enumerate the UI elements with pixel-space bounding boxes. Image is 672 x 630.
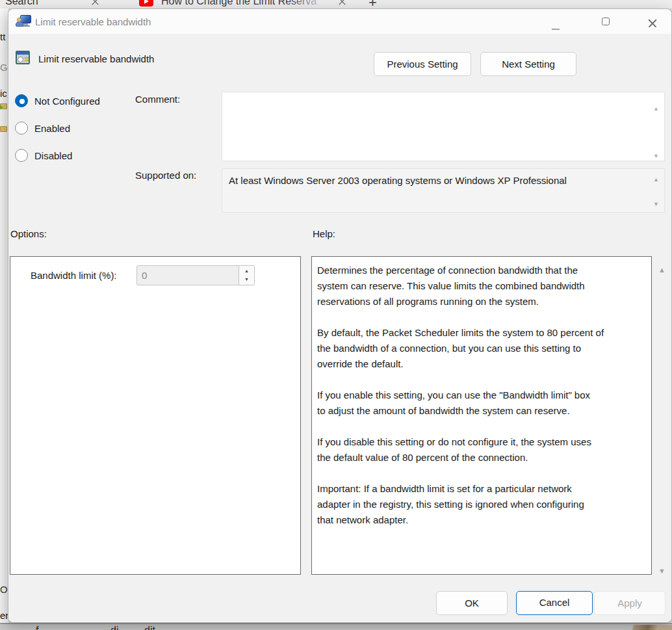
help-text-panel: Determines the percentage of connection …: [311, 256, 652, 575]
radio-label: Enabled: [34, 123, 70, 134]
scroll-up-icon[interactable]: ▲: [653, 177, 659, 183]
radio-unselected-icon[interactable]: [15, 122, 28, 135]
help-paragraph: If you enable this setting, you can use …: [317, 387, 646, 419]
scroll-down-icon[interactable]: ▼: [658, 568, 666, 574]
youtube-favicon: [139, 0, 153, 7]
setting-name: Limit reservable bandwidth: [38, 53, 154, 64]
previous-setting-button[interactable]: Previous Setting: [374, 52, 471, 76]
supported-on-field[interactable]: At least Windows Server 2003 operating s…: [222, 168, 665, 213]
options-panel: Bandwidth limit (%): 0 ▲ ▼: [10, 256, 301, 575]
cancel-button[interactable]: Cancel: [516, 591, 593, 615]
bg-text-fragment: di: [110, 625, 118, 630]
apply-button: Apply: [594, 591, 666, 615]
bg-text-fragment: tt: [0, 31, 5, 42]
bandwidth-limit-input: 0 ▲ ▼: [136, 265, 255, 285]
bandwidth-limit-value: 0: [142, 270, 147, 281]
tab-search-close-icon[interactable]: [91, 0, 100, 7]
dialog-title: Limit reservable bandwidth: [35, 16, 151, 27]
bg-text-fragment: G: [0, 62, 8, 73]
help-paragraph: Determines the percentage of connection …: [317, 263, 646, 309]
tab-label-fade: [286, 0, 341, 8]
maximize-icon[interactable]: [602, 18, 610, 25]
bandwidth-limit-label: Bandwidth limit (%):: [31, 270, 117, 281]
scroll-down-icon[interactable]: ▼: [653, 153, 659, 159]
ok-button[interactable]: OK: [436, 591, 508, 615]
dialog-titlebar: Limit reservable bandwidth: [8, 9, 671, 34]
spin-down-icon: ▼: [239, 276, 254, 285]
help-paragraph: Important: If a bandwidth limit is set f…: [317, 481, 646, 528]
bg-video-fragment: [614, 625, 672, 630]
spinner-buttons: ▲ ▼: [239, 266, 254, 285]
bg-text-fragment: ic: [0, 88, 7, 99]
radio-selected-icon[interactable]: [15, 94, 28, 107]
radio-unselected-icon[interactable]: [15, 149, 28, 162]
folder-icon: [0, 103, 7, 109]
radio-enabled[interactable]: Enabled: [15, 122, 70, 135]
policy-setting-icon: [16, 51, 30, 64]
bg-text-fragment: f: [36, 625, 38, 630]
comment-label: Comment:: [135, 94, 180, 105]
scroll-down-icon[interactable]: ▼: [653, 202, 659, 207]
radio-not-configured[interactable]: Not Configured: [15, 94, 100, 107]
tab-youtube-close-icon[interactable]: [338, 0, 347, 7]
radio-label: Not Configured: [34, 96, 100, 107]
close-icon[interactable]: [647, 18, 658, 29]
scroll-up-icon[interactable]: ▲: [658, 267, 666, 273]
scroll-up-icon[interactable]: ▲: [653, 106, 659, 112]
help-paragraph: If you disable this setting or do not co…: [317, 434, 646, 466]
policy-setting-dialog: Limit reservable bandwidth Limit reserva…: [8, 8, 672, 623]
folder-icon: [0, 126, 7, 132]
radio-disabled[interactable]: Disabled: [15, 149, 72, 162]
minimize-icon[interactable]: [552, 29, 560, 30]
help-paragraph: By default, the Packet Scheduler limits …: [317, 325, 646, 372]
tab-search-label[interactable]: Search: [5, 0, 38, 7]
background-window-bottom-edge: f di dit: [0, 623, 672, 630]
radio-label: Disabled: [34, 150, 72, 161]
spin-up-icon: ▲: [239, 266, 254, 276]
next-setting-button[interactable]: Next Setting: [480, 52, 576, 76]
help-label: Help:: [313, 228, 335, 239]
group-policy-icon: [17, 14, 31, 27]
browser-tab-strip: Search How to Change the Limit Reserva +: [0, 0, 672, 8]
comment-textarea[interactable]: [222, 92, 665, 161]
new-tab-icon[interactable]: +: [368, 0, 377, 8]
options-label: Options:: [10, 228, 47, 239]
bg-text-fragment: dit: [144, 625, 155, 630]
supported-on-label: Supported on:: [135, 170, 196, 181]
